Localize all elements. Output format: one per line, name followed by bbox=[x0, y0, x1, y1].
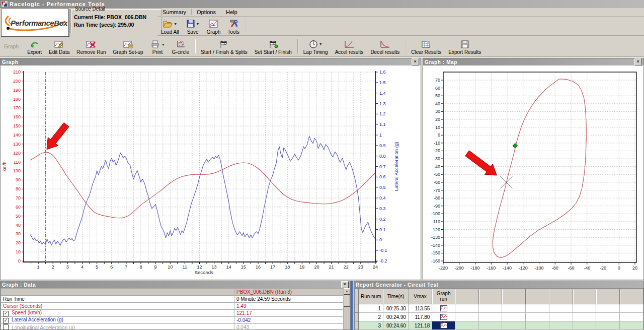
menu-summary[interactable]: Summary bbox=[157, 9, 191, 16]
speed-lateral-chart[interactable]: 0102030405060708090100110120130140150160… bbox=[1, 65, 421, 280]
clear-results-button[interactable]: Clear Results bbox=[408, 37, 445, 56]
vertical-scrollbar[interactable]: ▲ bbox=[344, 288, 350, 329]
svg-text:-30: -30 bbox=[434, 156, 440, 161]
export-button[interactable]: Export bbox=[24, 37, 45, 56]
close-icon[interactable]: × bbox=[412, 58, 419, 65]
col-time[interactable]: Time(s) bbox=[383, 289, 409, 304]
svg-text:-70: -70 bbox=[434, 188, 440, 193]
edit-data-button[interactable]: Edit Data bbox=[45, 37, 73, 56]
graph-panel: Graph × 01020304050607080901001101201301… bbox=[0, 58, 421, 280]
empty-cell bbox=[596, 304, 620, 313]
start-finish-splits-button[interactable]: Start / Finish & Splits bbox=[197, 37, 251, 56]
svg-text:-220: -220 bbox=[439, 266, 448, 271]
lateral-accel-checkbox[interactable] bbox=[3, 318, 9, 323]
load-all-button[interactable]: ▼ Load All bbox=[157, 17, 183, 36]
menu-help[interactable]: Help bbox=[221, 9, 243, 16]
close-icon[interactable]: × bbox=[341, 281, 349, 288]
load-all-dropdown[interactable]: ▼ bbox=[174, 22, 177, 26]
svg-text:-80: -80 bbox=[552, 266, 558, 271]
graph-toolbar: Graph Export Edit Data Remove Run bbox=[0, 36, 644, 56]
save-button[interactable]: ▼ Save bbox=[183, 17, 203, 36]
row-value: 0 Minute 24.59 Seconds bbox=[234, 296, 344, 303]
svg-text:Lateral Acceleration (g): Lateral Acceleration (g) bbox=[393, 142, 399, 191]
export-results-button[interactable]: Export Results bbox=[445, 37, 485, 56]
scrollbar-thumb[interactable] bbox=[344, 295, 350, 307]
scroll-up-icon[interactable]: ▲ bbox=[344, 288, 350, 295]
svg-text:11: 11 bbox=[183, 265, 187, 270]
svg-text:-100: -100 bbox=[431, 211, 440, 216]
row-label: Cursor (Seconds) bbox=[1, 303, 234, 310]
svg-text:70: 70 bbox=[435, 78, 440, 83]
vmax-cell: 113.55 bbox=[408, 304, 432, 313]
remove-run-icon bbox=[86, 40, 96, 48]
speed-checkbox[interactable] bbox=[3, 311, 9, 316]
svg-text:0.9: 0.9 bbox=[379, 143, 386, 148]
empty-column-header bbox=[620, 289, 643, 304]
svg-text:-120: -120 bbox=[519, 266, 528, 271]
row-label: Lateral Acceleration (g) bbox=[12, 317, 63, 322]
run-column-header: PBOX_006.DBN (Run 3) bbox=[234, 289, 344, 296]
empty-cell bbox=[478, 313, 502, 321]
svg-text:24: 24 bbox=[373, 265, 378, 270]
longitudinal-accel-checkbox[interactable] bbox=[3, 324, 9, 330]
save-dropdown[interactable]: ▼ bbox=[196, 22, 200, 26]
svg-text:2: 2 bbox=[52, 265, 54, 270]
svg-text:90: 90 bbox=[16, 177, 21, 182]
empty-cell bbox=[573, 321, 596, 330]
report-row-selected[interactable]: 3 00:24.60 121.18 bbox=[355, 321, 643, 330]
svg-text:30: 30 bbox=[16, 231, 21, 236]
accel-results-button[interactable]: Accel results bbox=[332, 37, 367, 56]
lap-timing-button[interactable]: ▼ Lap Timing bbox=[300, 37, 332, 56]
menu-bar: Summary Options Help bbox=[157, 8, 644, 16]
row-value: 121.17 bbox=[234, 310, 344, 317]
svg-text:0.5: 0.5 bbox=[379, 185, 386, 190]
track-map-chart[interactable]: -220-200-180-160-140-120-100-80-60-40-20… bbox=[423, 65, 643, 280]
svg-text:0: 0 bbox=[618, 266, 620, 271]
graph-run-cell[interactable] bbox=[432, 313, 455, 321]
printer-icon bbox=[150, 40, 160, 48]
col-graph-run[interactable]: Graph run bbox=[432, 289, 455, 304]
set-start-finish-button[interactable]: Set Start / Finish bbox=[251, 37, 295, 56]
svg-text:22: 22 bbox=[344, 265, 349, 270]
report-row[interactable]: 1 00:25.30 113.55 bbox=[355, 304, 643, 313]
report-row[interactable]: 2 00:24.90 117.80 bbox=[355, 313, 643, 321]
svg-text:-200: -200 bbox=[455, 266, 464, 271]
panel-splitter[interactable] bbox=[351, 281, 353, 330]
empty-cell bbox=[549, 321, 573, 330]
remove-run-button[interactable]: Remove Run bbox=[73, 37, 109, 56]
empty-cell bbox=[620, 313, 643, 321]
svg-text:1.5: 1.5 bbox=[379, 80, 386, 85]
svg-text:9: 9 bbox=[154, 265, 157, 270]
decel-results-button[interactable]: Decel results bbox=[367, 37, 403, 56]
close-icon[interactable]: × bbox=[634, 58, 642, 65]
report-table: Run num Time(s) Vmax Graph run 1 00:25.3… bbox=[354, 288, 643, 330]
svg-text:14: 14 bbox=[226, 265, 231, 270]
graph-run-icon bbox=[440, 322, 447, 328]
svg-text:200: 200 bbox=[13, 79, 21, 84]
data-panel: Graph : Data × PBOX_006.DBN (Run 3) Run … bbox=[0, 281, 351, 330]
svg-text:0.3: 0.3 bbox=[379, 206, 386, 211]
g-circle-button[interactable]: G-circle bbox=[169, 37, 193, 56]
svg-text:-0.2: -0.2 bbox=[379, 258, 387, 263]
print-button[interactable]: ▼ Print bbox=[147, 37, 169, 56]
menu-options[interactable]: Options bbox=[192, 9, 221, 16]
lap-timing-dropdown[interactable]: ▼ bbox=[319, 42, 323, 46]
svg-text:-90: -90 bbox=[434, 204, 440, 209]
toolbar-separator bbox=[245, 19, 246, 33]
graph-button[interactable]: Graph bbox=[203, 17, 224, 36]
col-run-num[interactable]: Run num bbox=[359, 289, 383, 304]
graph-run-cell-selected[interactable] bbox=[432, 321, 455, 330]
svg-text:-20: -20 bbox=[434, 148, 440, 153]
svg-text:20: 20 bbox=[435, 117, 440, 122]
graph-run-cell[interactable] bbox=[432, 304, 455, 313]
svg-text:1.3: 1.3 bbox=[379, 101, 386, 106]
tools-button[interactable]: Tools bbox=[224, 17, 243, 36]
svg-text:190: 190 bbox=[13, 88, 21, 93]
print-dropdown[interactable]: ▼ bbox=[162, 43, 165, 46]
col-vmax[interactable]: Vmax bbox=[408, 289, 432, 304]
checkered-flags-icon bbox=[218, 40, 229, 48]
graph-setup-button[interactable]: Graph Set-up bbox=[110, 37, 147, 56]
svg-text:-80: -80 bbox=[434, 195, 440, 201]
table-row: Lateral Acceleration (g) -0.042 bbox=[1, 317, 344, 324]
svg-text:1: 1 bbox=[379, 133, 382, 138]
